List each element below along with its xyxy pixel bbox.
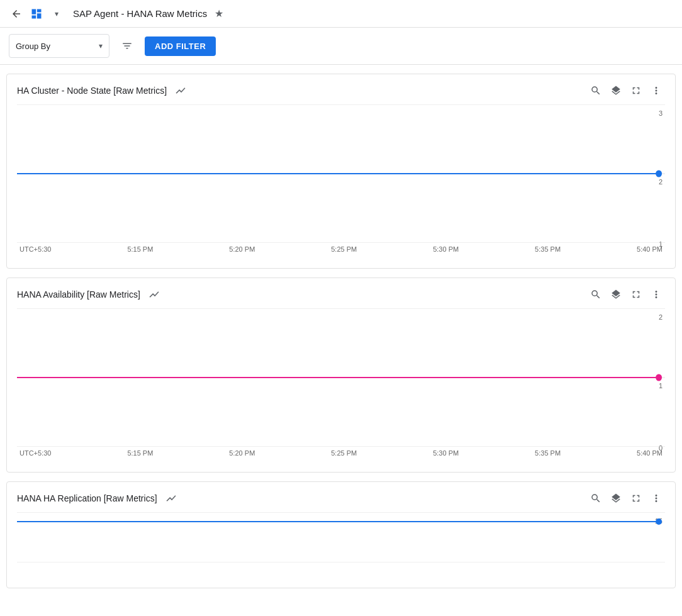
chart-title-area-2: HANA Availability [Raw Metrics] xyxy=(17,286,163,303)
back-button[interactable] xyxy=(8,5,25,23)
chart-graph-icon-1[interactable] xyxy=(172,82,189,99)
charts-container: HA Cluster - Node State [Raw Metrics] xyxy=(0,74,682,588)
chart-title-area-3: HANA HA Replication [Raw Metrics] xyxy=(17,490,180,507)
chart-panel-hana-availability: HANA Availability [Raw Metrics] xyxy=(6,277,676,473)
svg-point-4 xyxy=(656,171,662,177)
xaxis-label: UTC+5:30 xyxy=(20,449,51,457)
chart-title-2: HANA Availability [Raw Metrics] xyxy=(17,289,140,300)
xaxis-label: 5:25 PM xyxy=(331,245,357,253)
more-options-icon-2[interactable] xyxy=(647,286,665,303)
xaxis-label: 5:15 PM xyxy=(127,449,153,457)
chart-header-2: HANA Availability [Raw Metrics] xyxy=(7,278,675,308)
chevron-down-icon: ▾ xyxy=(99,42,103,50)
chart-actions-1 xyxy=(587,82,665,99)
chart-graph-icon-3[interactable] xyxy=(162,490,180,507)
chart-svg-2 xyxy=(17,308,665,447)
nav-area: ▾ xyxy=(8,5,65,23)
chart-body-2: 2 1 0 UTC+5:30 5:15 PM 5:20 PM 5:25 PM 5… xyxy=(7,308,675,472)
fullscreen-icon-1[interactable] xyxy=(627,82,645,99)
svg-point-9 xyxy=(656,374,662,381)
chart-actions-2 xyxy=(587,286,665,303)
xaxis-label: 5:20 PM xyxy=(229,245,255,253)
layers-icon-2[interactable] xyxy=(607,286,625,303)
xaxis-label: 5:30 PM xyxy=(433,449,459,457)
search-icon-3[interactable] xyxy=(587,490,605,507)
group-by-label: Group By xyxy=(16,42,94,51)
group-by-dropdown[interactable]: Group By ▾ xyxy=(9,34,109,58)
fullscreen-icon-2[interactable] xyxy=(627,286,645,303)
top-bar: ▾ SAP Agent - HANA Raw Metrics ★ xyxy=(0,0,682,28)
chart-header-3: HANA HA Replication [Raw Metrics] xyxy=(7,482,675,512)
add-filter-button[interactable]: ADD FILTER xyxy=(145,36,216,56)
chart-body-3: 15 xyxy=(7,512,675,588)
chart-title-1: HA Cluster - Node State [Raw Metrics] xyxy=(17,86,167,96)
chart-header-1: HA Cluster - Node State [Raw Metrics] xyxy=(7,74,675,104)
layers-icon-3[interactable] xyxy=(607,490,625,507)
dropdown-arrow-nav[interactable]: ▾ xyxy=(48,5,65,23)
xaxis-label: 5:35 PM xyxy=(535,449,561,457)
svg-point-13 xyxy=(656,518,662,525)
chart-svg-1 xyxy=(17,104,665,243)
filter-icon-button[interactable] xyxy=(116,35,138,57)
search-icon-2[interactable] xyxy=(587,286,605,303)
fullscreen-icon-3[interactable] xyxy=(627,490,645,507)
xaxis-label: 5:20 PM xyxy=(229,449,255,457)
chart-panel-hana-replication: HANA HA Replication [Raw Metrics] xyxy=(6,481,676,588)
star-button[interactable]: ★ xyxy=(212,5,226,22)
page-title: SAP Agent - HANA Raw Metrics xyxy=(73,8,207,19)
dashboard-icon-button[interactable] xyxy=(28,5,45,23)
more-options-icon-1[interactable] xyxy=(647,82,665,99)
xaxis-label: 5:30 PM xyxy=(433,245,459,253)
xaxis-label: 5:25 PM xyxy=(331,449,357,457)
more-options-icon-3[interactable] xyxy=(647,490,665,507)
chart-title-area-1: HA Cluster - Node State [Raw Metrics] xyxy=(17,82,189,99)
chart-panel-ha-cluster: HA Cluster - Node State [Raw Metrics] xyxy=(6,74,676,269)
search-icon-1[interactable] xyxy=(587,82,605,99)
chart-xaxis-1: UTC+5:30 5:15 PM 5:20 PM 5:25 PM 5:30 PM… xyxy=(17,243,665,258)
xaxis-label: 5:15 PM xyxy=(127,245,153,253)
filter-bar: Group By ▾ ADD FILTER xyxy=(0,28,682,65)
chart-xaxis-2: UTC+5:30 5:15 PM 5:20 PM 5:25 PM 5:30 PM… xyxy=(17,447,665,462)
chart-actions-3 xyxy=(587,490,665,507)
chart-title-3: HANA HA Replication [Raw Metrics] xyxy=(17,493,157,503)
chart-svg-3 xyxy=(17,512,665,563)
chart-body-1: 3 2 1 UTC+5:30 5:15 PM 5:20 PM xyxy=(7,104,675,268)
xaxis-label: 5:35 PM xyxy=(535,245,561,253)
chart-graph-icon-2[interactable] xyxy=(145,286,163,303)
xaxis-label: UTC+5:30 xyxy=(20,245,51,253)
layers-icon-1[interactable] xyxy=(607,82,625,99)
